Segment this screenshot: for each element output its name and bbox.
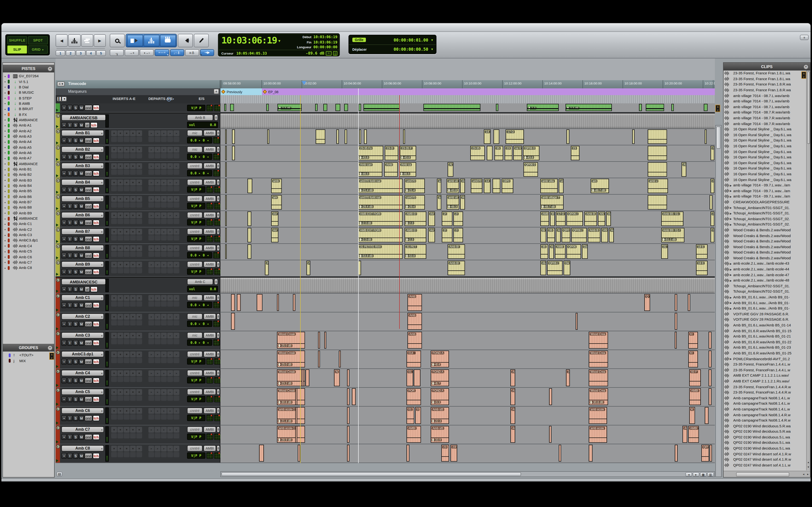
- record-enable-button[interactable]: ●: [61, 154, 67, 160]
- audio-clip[interactable]: [576, 313, 577, 330]
- insert-slot[interactable]: [117, 202, 123, 208]
- vpp-display[interactable]: V|P P: [187, 415, 205, 421]
- fader-mini-button[interactable]: ǂ: [216, 195, 220, 202]
- depart-slot[interactable]: ➤: [173, 333, 179, 338]
- panner-pad[interactable]: [213, 302, 220, 308]
- insert-slot[interactable]: [130, 370, 136, 376]
- track-nameplate[interactable]: Amb B3▾: [61, 163, 104, 169]
- s-button[interactable]: S: [73, 137, 78, 144]
- depart-slot[interactable]: ➤: [173, 163, 179, 169]
- insert-slot[interactable]: [124, 295, 130, 301]
- audio-clip[interactable]: [589, 445, 593, 462]
- depart-slot[interactable]: ➤: [167, 427, 173, 433]
- playlist-arrow-icon[interactable]: [56, 346, 60, 349]
- audio-clip[interactable]: De: [564, 261, 570, 275]
- insert-slot[interactable]: [124, 333, 130, 338]
- insert-slot[interactable]: [111, 446, 117, 451]
- sidebar-item-amb-c6[interactable]: ●Amb C6: [3, 254, 54, 260]
- audio-clip[interactable]: [709, 370, 711, 386]
- audio-clip[interactable]: QP06: [566, 244, 581, 259]
- audio-clip[interactable]: Amb st5-22.3: [430, 407, 449, 424]
- depart-slot[interactable]: ➤: [155, 333, 160, 338]
- depart-slot[interactable]: ➤: [155, 446, 160, 451]
- depart-slot[interactable]: [148, 186, 154, 191]
- audio-clip[interactable]: [232, 146, 235, 160]
- automation-mode-button[interactable]: tch: [93, 187, 100, 193]
- i-button[interactable]: I: [67, 137, 72, 144]
- insert-slot[interactable]: [136, 186, 142, 191]
- clip-list-item[interactable]: ▶Tchoupi_AmbiancINT01-SSGT_01.: [723, 211, 806, 216]
- expand-triangle-icon[interactable]: ▶: [730, 307, 733, 310]
- audio-clip[interactable]: [559, 445, 561, 462]
- audio-clip[interactable]: [318, 332, 320, 349]
- insert-slot[interactable]: [117, 314, 123, 320]
- audio-clip[interactable]: [403, 129, 405, 144]
- depart-slot[interactable]: ➤: [161, 389, 167, 395]
- playlist-arrow-icon[interactable]: [56, 365, 60, 368]
- clip-list-item[interactable]: 16 Open Rural Skyline _ Day.6.L.wa: [723, 160, 806, 166]
- volume-pan-display[interactable]: 0.0 ▸ 0 ◂: [187, 137, 212, 144]
- clip-list-item[interactable]: Amb B5_01.6.R.wav/Amb B5_01-22: [723, 339, 806, 345]
- insert-slot[interactable]: [124, 130, 130, 136]
- clip-list-item[interactable]: amb village 7014 - 08.7.R.wav/amb: [723, 121, 806, 126]
- m-button[interactable]: M: [79, 154, 84, 160]
- insert-slot[interactable]: [136, 377, 142, 382]
- insert-slot[interactable]: [124, 219, 130, 224]
- insert-slot[interactable]: [136, 202, 142, 208]
- automation-mode-button[interactable]: tch: [93, 321, 100, 327]
- insert-slot[interactable]: [130, 186, 136, 191]
- insert-slot[interactable]: [136, 414, 142, 419]
- track-nameplate[interactable]: AmbC3.dp1▾: [61, 351, 104, 357]
- insert-slot[interactable]: [136, 427, 142, 433]
- sidebar-item-amb-a5[interactable]: ●Amb A5: [3, 145, 54, 150]
- track-show-dot[interactable]: ●: [4, 261, 8, 264]
- track-show-dot[interactable]: ●: [4, 74, 8, 77]
- volume-pan-display[interactable]: 0.0 ▸ 0 ◂: [187, 339, 212, 346]
- insert-slot[interactable]: [117, 339, 123, 344]
- clip-list-item[interactable]: 23-35 Forest, France Fran.1.8.L.wa: [723, 76, 806, 81]
- audio-clip[interactable]: [337, 129, 339, 144]
- depart-slot[interactable]: ➤: [155, 314, 160, 320]
- insert-slot[interactable]: [111, 268, 117, 273]
- m-button[interactable]: M: [79, 286, 84, 292]
- clip-list-item[interactable]: ▶amb village 7014 - 09.7.L.wav.../am: [723, 188, 806, 193]
- track-show-dot[interactable]: ●: [4, 140, 8, 144]
- i-button[interactable]: I: [67, 434, 72, 440]
- depart-slot[interactable]: ➤: [161, 370, 167, 376]
- clip-list-item[interactable]: Amb campagneTrack No08.1.4.L.w: [723, 395, 806, 401]
- audio-clip[interactable]: Wood Creak-25.0 dB: [277, 332, 305, 349]
- depart-slot[interactable]: ➤: [148, 130, 154, 136]
- insert-slot[interactable]: [111, 235, 117, 240]
- audio-clip[interactable]: am-48.7 dB: [591, 179, 609, 193]
- depart-slot[interactable]: ➤: [155, 180, 160, 185]
- insert-slot[interactable]: [111, 414, 117, 419]
- track-color-strip[interactable]: ▼: [56, 227, 60, 243]
- i-button[interactable]: I: [67, 453, 72, 459]
- zoom-preset-4[interactable]: 4: [86, 50, 96, 56]
- insert-slot[interactable]: [136, 147, 142, 153]
- depart-slot[interactable]: [148, 219, 154, 224]
- depart-slot[interactable]: [161, 219, 167, 224]
- depart-slot[interactable]: ➤: [173, 130, 179, 136]
- sidebar-item-b-step[interactable]: ●↓B STEP: [3, 95, 54, 101]
- vpp-display[interactable]: V|P P: [187, 377, 205, 383]
- insert-slot[interactable]: [124, 351, 130, 357]
- canvas-vertical-scrollbar[interactable]: [715, 125, 722, 477]
- track-view-button[interactable]: ond: [85, 203, 92, 209]
- audio-clip[interactable]: Wood Creak-23.2 dB: [277, 370, 305, 386]
- track-view-button[interactable]: ond: [85, 236, 92, 242]
- sidebar-item-amb-c8[interactable]: ●Amb C8: [3, 265, 54, 271]
- depart-slot[interactable]: [173, 358, 179, 363]
- audio-clip[interactable]: AMB EXT FORI-2.3 dB: [358, 212, 403, 226]
- expand-triangle-icon[interactable]: ▶: [730, 301, 733, 304]
- audio-clip[interactable]: ur: [559, 179, 564, 193]
- audio-clip[interactable]: um070-29.4: [405, 195, 425, 210]
- depart-slot[interactable]: ➤: [161, 351, 167, 357]
- audio-clip[interactable]: amb vil-48.3: [447, 195, 459, 210]
- audio-clip[interactable]: [259, 445, 264, 462]
- insert-slot[interactable]: [130, 251, 136, 257]
- automation-mode-button[interactable]: tch: [93, 340, 100, 346]
- sidebar-item-b-bruit[interactable]: ●↓B BRUIT: [3, 106, 54, 112]
- output-path-button[interactable]: AMBI: [203, 261, 216, 268]
- insert-slot[interactable]: [130, 301, 136, 306]
